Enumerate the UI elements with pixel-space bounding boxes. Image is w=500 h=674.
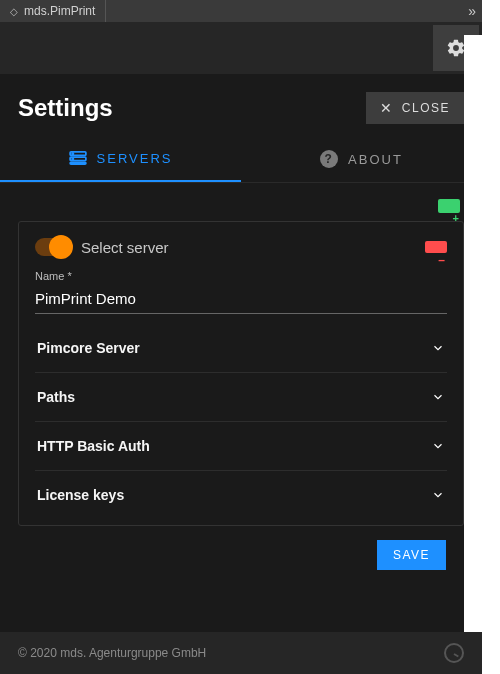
- section-label: License keys: [37, 487, 124, 503]
- panel-tab[interactable]: ◇ mds.PimPrint: [0, 0, 106, 22]
- add-server-button[interactable]: [438, 199, 460, 213]
- tab-about[interactable]: ? ABOUT: [241, 136, 482, 182]
- right-scroll-gutter: [464, 35, 482, 644]
- expand-chevrons-icon[interactable]: »: [460, 3, 482, 19]
- remove-server-button[interactable]: [425, 241, 447, 253]
- name-input[interactable]: [35, 286, 447, 314]
- tabs: SERVERS ? ABOUT: [0, 136, 482, 183]
- name-field-group: Name *: [35, 270, 447, 314]
- tab-about-label: ABOUT: [348, 152, 403, 167]
- header: Settings ✕ CLOSE: [0, 74, 482, 136]
- close-button[interactable]: ✕ CLOSE: [366, 92, 464, 124]
- drag-handle-icon: ◇: [10, 6, 18, 17]
- section-paths[interactable]: Paths: [35, 373, 447, 422]
- tab-servers-label: SERVERS: [97, 151, 173, 166]
- chevron-down-icon: [431, 439, 445, 453]
- server-panel: Select server Name * Pimcore Server Path…: [18, 221, 464, 526]
- section-license-keys[interactable]: License keys: [35, 471, 447, 519]
- titlebar: ◇ mds.PimPrint »: [0, 0, 482, 22]
- content: Select server Name * Pimcore Server Path…: [0, 183, 482, 674]
- close-label: CLOSE: [402, 101, 450, 115]
- footer: © 2020 mds. Agenturgruppe GmbH: [0, 632, 482, 674]
- save-row: SAVE: [18, 526, 464, 570]
- toolbar: [0, 22, 482, 74]
- add-server-row: [18, 195, 464, 221]
- select-server-toggle[interactable]: [35, 238, 71, 256]
- svg-rect-2: [70, 162, 86, 164]
- app-window: ◇ mds.PimPrint » Settings ✕ CLOSE: [0, 0, 482, 674]
- server-icon: [69, 151, 87, 165]
- section-label: Pimcore Server: [37, 340, 140, 356]
- name-field-label: Name *: [35, 270, 447, 282]
- save-label: SAVE: [393, 548, 430, 562]
- svg-point-4: [72, 158, 73, 159]
- section-label: HTTP Basic Auth: [37, 438, 150, 454]
- gear-icon: [446, 38, 466, 58]
- page-title: Settings: [18, 94, 113, 122]
- panel-tab-label: mds.PimPrint: [24, 4, 95, 18]
- tab-servers[interactable]: SERVERS: [0, 136, 241, 182]
- section-http-basic-auth[interactable]: HTTP Basic Auth: [35, 422, 447, 471]
- toggle-knob: [49, 235, 73, 259]
- chevron-down-icon: [431, 341, 445, 355]
- chevron-down-icon: [431, 390, 445, 404]
- panel-head: Select server: [35, 238, 447, 256]
- svg-point-3: [72, 153, 73, 154]
- close-icon: ✕: [380, 100, 394, 116]
- copyright-text: © 2020 mds. Agenturgruppe GmbH: [18, 646, 206, 660]
- clock-icon: [444, 643, 464, 663]
- section-label: Paths: [37, 389, 75, 405]
- help-icon: ?: [320, 150, 338, 168]
- chevron-down-icon: [431, 488, 445, 502]
- save-button[interactable]: SAVE: [377, 540, 446, 570]
- section-pimcore-server[interactable]: Pimcore Server: [35, 324, 447, 373]
- toggle-label: Select server: [81, 239, 169, 256]
